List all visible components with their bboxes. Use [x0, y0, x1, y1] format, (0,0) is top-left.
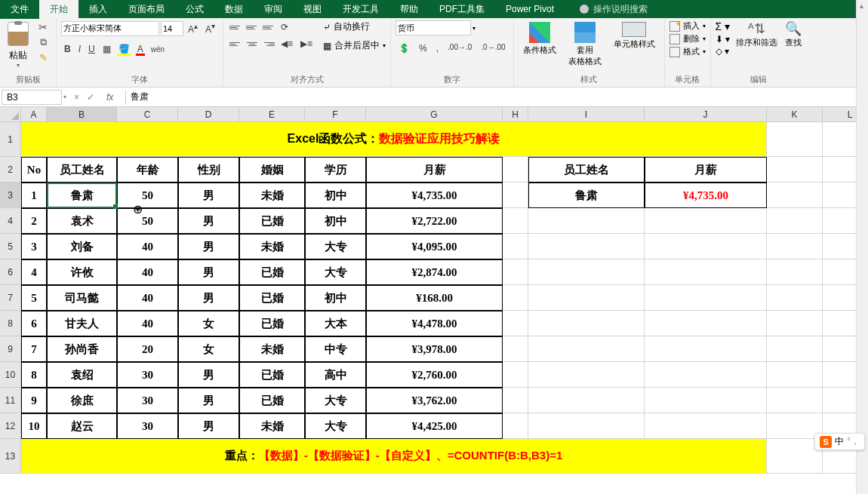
accounting-format-button[interactable]: 💲 [396, 41, 413, 55]
orientation-button[interactable]: ⟳ [278, 20, 291, 34]
cell-no-5[interactable]: 6 [21, 311, 47, 336]
cell-K9[interactable] [767, 336, 823, 362]
cell-age-8[interactable]: 30 [117, 388, 178, 413]
cell-edu-3[interactable]: 大专 [305, 259, 366, 285]
cell-gender-8[interactable]: 男 [178, 388, 239, 413]
percent-format-button[interactable]: % [416, 41, 430, 55]
header-salary[interactable]: 月薪 [366, 157, 503, 183]
cell-J12[interactable] [645, 413, 767, 439]
align-top-button[interactable] [228, 20, 243, 34]
cell-K6[interactable] [767, 259, 823, 285]
cell-no-8[interactable]: 9 [21, 388, 47, 413]
border-button[interactable]: ▦ [100, 42, 114, 56]
row-header-1[interactable]: 1 [0, 122, 21, 157]
cell-name-0[interactable]: 鲁肃 [47, 183, 117, 208]
cell-age-9[interactable]: 30 [117, 413, 178, 439]
cell-salary-2[interactable]: ¥4,095.00 [366, 234, 503, 259]
cell-H4[interactable] [503, 208, 528, 234]
cell-J11[interactable] [645, 388, 767, 413]
decrease-decimal-button[interactable]: .0→.00 [478, 41, 508, 55]
cell-I7[interactable] [528, 285, 645, 311]
cell-name-5[interactable]: 甘夫人 [47, 311, 117, 336]
tab-review[interactable]: 审阅 [254, 0, 293, 19]
cell-edu-7[interactable]: 高中 [305, 362, 366, 388]
cell-gender-5[interactable]: 女 [178, 311, 239, 336]
lookup-result-name[interactable]: 鲁肃 [528, 183, 645, 208]
cell-H12[interactable] [503, 413, 528, 439]
cell-I12[interactable] [528, 413, 645, 439]
underline-button[interactable]: U [85, 42, 98, 56]
format-cells-button[interactable]: 格式▾ [669, 46, 706, 57]
cell-H9[interactable] [503, 336, 528, 362]
decrease-font-button[interactable]: A▾ [202, 20, 218, 36]
cell-edu-4[interactable]: 初中 [305, 285, 366, 311]
cell-H3[interactable] [503, 183, 528, 208]
cell-K11[interactable] [767, 388, 823, 413]
col-header-G[interactable]: G [366, 107, 503, 122]
cell-H11[interactable] [503, 388, 528, 413]
row-header-7[interactable]: 7 [0, 285, 21, 311]
autosum-button[interactable]: Σ ▾ [716, 20, 731, 32]
cell-salary-6[interactable]: ¥3,978.00 [366, 336, 503, 362]
cell-no-1[interactable]: 2 [21, 208, 47, 234]
cell-age-6[interactable]: 20 [117, 336, 178, 362]
cell-I8[interactable] [528, 311, 645, 336]
cell-I10[interactable] [528, 362, 645, 388]
fill-color-button[interactable]: 🪣 [115, 42, 133, 56]
col-header-A[interactable]: A [21, 107, 47, 122]
row-header-9[interactable]: 9 [0, 336, 21, 362]
font-name-select[interactable] [61, 21, 159, 36]
align-bottom-button[interactable] [261, 20, 276, 34]
header-no[interactable]: No [21, 157, 47, 183]
cell-marriage-2[interactable]: 未婚 [239, 234, 305, 259]
cell-salary-3[interactable]: ¥2,874.00 [366, 259, 503, 285]
cell-H5[interactable] [503, 234, 528, 259]
cell-no-2[interactable]: 3 [21, 234, 47, 259]
cell-marriage-7[interactable]: 已婚 [239, 362, 305, 388]
row-header-3[interactable]: 3 [0, 183, 21, 208]
col-header-K[interactable]: K [767, 107, 823, 122]
col-header-E[interactable]: E [239, 107, 305, 122]
header-name[interactable]: 员工姓名 [47, 157, 117, 183]
cell-J6[interactable] [645, 259, 767, 285]
cell-name-8[interactable]: 徐庶 [47, 388, 117, 413]
cell-age-7[interactable]: 30 [117, 362, 178, 388]
lookup-result-salary[interactable]: ¥4,735.00 [645, 183, 767, 208]
align-center-button[interactable] [245, 37, 260, 51]
cell-age-5[interactable]: 40 [117, 311, 178, 336]
tab-developer[interactable]: 开发工具 [332, 0, 389, 19]
cell-no-6[interactable]: 7 [21, 336, 47, 362]
cell-no-0[interactable]: 1 [21, 183, 47, 208]
cell-H10[interactable] [503, 362, 528, 388]
cell-K8[interactable] [767, 311, 823, 336]
cell-edu-6[interactable]: 中专 [305, 336, 366, 362]
row-header-5[interactable]: 5 [0, 234, 21, 259]
col-header-F[interactable]: F [305, 107, 366, 122]
cell-gender-6[interactable]: 女 [178, 336, 239, 362]
col-header-C[interactable]: C [117, 107, 178, 122]
merge-center-button[interactable]: ▦合并后居中▾ [323, 39, 386, 52]
increase-font-button[interactable]: A▴ [185, 20, 201, 36]
align-right-button[interactable] [261, 37, 276, 51]
fill-button[interactable]: ⬇ ▾ [716, 34, 731, 44]
cell-gender-1[interactable]: 男 [178, 208, 239, 234]
cell-H6[interactable] [503, 259, 528, 285]
cell-age-4[interactable]: 40 [117, 285, 178, 311]
cell-age-2[interactable]: 40 [117, 234, 178, 259]
cell-J7[interactable] [645, 285, 767, 311]
tell-me-search[interactable]: 操作说明搜索 [580, 3, 648, 16]
wrap-text-button[interactable]: ⤶自动换行 [323, 20, 386, 33]
cell-marriage-6[interactable]: 未婚 [239, 336, 305, 362]
cell-name-9[interactable]: 赵云 [47, 413, 117, 439]
cell-I4[interactable] [528, 208, 645, 234]
cell-H8[interactable] [503, 311, 528, 336]
paste-button[interactable]: 粘贴 ▾ [5, 20, 32, 70]
row-header-13[interactable]: 13 [0, 439, 21, 474]
header-marriage[interactable]: 婚姻 [239, 157, 305, 183]
row-header-2[interactable]: 2 [0, 157, 21, 183]
tab-view[interactable]: 视图 [293, 0, 332, 19]
cell-marriage-5[interactable]: 已婚 [239, 311, 305, 336]
cell-marriage-3[interactable]: 已婚 [239, 259, 305, 285]
cell-marriage-9[interactable]: 未婚 [239, 413, 305, 439]
cell-name-4[interactable]: 司马懿 [47, 285, 117, 311]
